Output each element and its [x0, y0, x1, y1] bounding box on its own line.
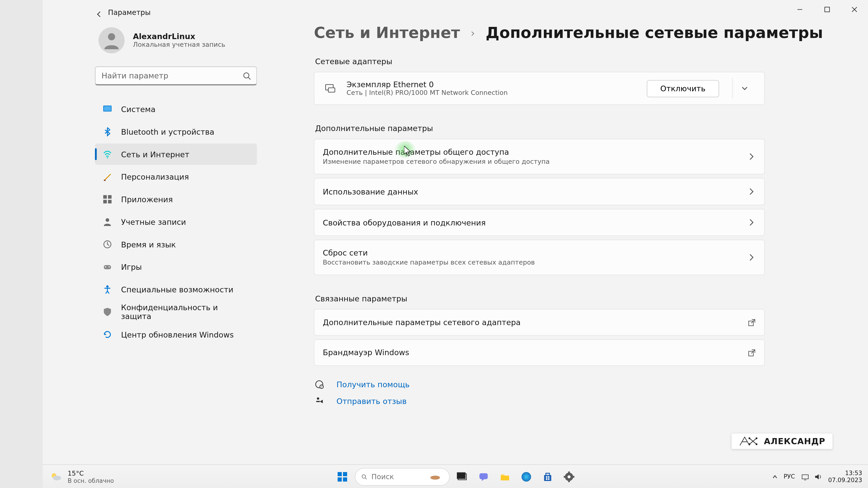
user-subtitle: Локальная учетная запись [133, 41, 225, 48]
setting-card-firewall[interactable]: Брандмауэр Windows [314, 339, 765, 366]
folder-icon [499, 471, 510, 482]
setting-desc: Изменение параметров сетевого обнаружени… [323, 158, 738, 165]
setting-title: Брандмауэр Windows [323, 348, 739, 357]
sidebar-item-apps[interactable]: Приложения [95, 189, 257, 210]
weather-icon [49, 469, 63, 484]
gear-icon [563, 471, 574, 482]
sidebar-item-label: Специальные возможности [121, 285, 234, 294]
adapter-row[interactable]: Экземпляр Ethernet 0 Сеть | Intel(R) PRO… [314, 72, 764, 104]
help-links: ? Получить помощь Отправить отзыв [314, 379, 844, 406]
taskbar-search-input[interactable] [371, 473, 425, 481]
person-icon [102, 217, 113, 227]
setting-card-hardware[interactable]: Свойства оборудования и подключения [314, 209, 765, 236]
chevron-right-icon [746, 218, 756, 227]
setting-title: Свойства оборудования и подключения [323, 218, 738, 227]
svg-point-54 [567, 475, 570, 478]
grid-icon [102, 194, 113, 204]
sidebar-item-privacy[interactable]: Конфиденциальность и защита [95, 301, 257, 323]
bluetooth-icon [102, 126, 113, 137]
sidebar-item-bluetooth[interactable]: Bluetooth и устройства [95, 121, 257, 142]
sidebar-item-accessibility[interactable]: Специальные возможности [95, 279, 257, 300]
svg-point-32 [756, 437, 758, 439]
language-indicator[interactable]: РУС [784, 473, 795, 480]
sidebar: AlexandrLinux Локальная учетная запись С… [86, 0, 267, 464]
taskbar: 15°C В осн. облачно РУС [43, 464, 868, 488]
svg-point-1 [244, 73, 249, 78]
arrow-left-icon [95, 10, 103, 19]
search-input[interactable] [95, 66, 257, 86]
sidebar-item-system[interactable]: Система [95, 98, 257, 120]
accessibility-icon [102, 284, 113, 295]
avatar [98, 27, 125, 54]
svg-rect-8 [108, 195, 112, 199]
svg-rect-48 [544, 475, 551, 481]
chevron-right-icon [746, 152, 756, 161]
svg-rect-37 [337, 477, 341, 481]
start-button[interactable] [333, 468, 351, 486]
window-title: Параметры [108, 8, 151, 17]
person-icon [101, 30, 122, 51]
sidebar-item-label: Персонализация [121, 172, 189, 181]
adapter-desc: Сеть | Intel(R) PRO/1000 MT Network Conn… [346, 89, 638, 97]
taskbar-taskview[interactable] [453, 468, 471, 486]
setting-title: Дополнительные параметры общего доступа [323, 148, 738, 157]
taskbar-search[interactable] [354, 468, 450, 486]
get-help-link[interactable]: Получить помощь [336, 380, 410, 389]
svg-rect-7 [103, 195, 107, 199]
taskbar-edge[interactable] [517, 468, 535, 486]
search-box[interactable] [95, 66, 257, 86]
back-button[interactable] [93, 8, 105, 20]
close-button[interactable] [841, 0, 868, 19]
user-name: AlexandrLinux [133, 32, 225, 41]
svg-point-14 [105, 266, 106, 267]
taskbar-date: 07.09.2023 [828, 477, 862, 484]
sidebar-item-accounts[interactable]: Учетные записи [95, 211, 257, 233]
expand-button[interactable] [732, 78, 756, 98]
shield-icon [102, 306, 113, 317]
disable-button[interactable]: Отключить [647, 80, 719, 97]
maximize-icon [824, 6, 830, 12]
taskbar-weather[interactable]: 15°C В осн. облачно [49, 469, 114, 484]
sidebar-item-update[interactable]: Центр обновления Windows [95, 324, 257, 345]
taskbar-explorer[interactable] [496, 468, 514, 486]
svg-rect-10 [108, 200, 112, 203]
send-feedback-link[interactable]: Отправить отзыв [336, 396, 407, 405]
setting-title: Дополнительные параметры сетевого адапте… [323, 318, 739, 327]
network-tray-icon[interactable] [801, 473, 809, 481]
watermark: АЛЕКСАНДР [732, 433, 833, 449]
sidebar-item-gaming[interactable]: Игры [95, 256, 257, 278]
svg-line-2 [248, 77, 250, 79]
setting-title: Сброс сети [323, 249, 738, 257]
taskbar-store[interactable] [538, 468, 556, 486]
svg-point-30 [756, 443, 758, 445]
svg-rect-44 [479, 473, 488, 479]
taskbar-settings[interactable] [560, 468, 578, 486]
taskbar-chat[interactable] [474, 468, 492, 486]
maximize-button[interactable] [813, 0, 841, 19]
setting-card-sharing[interactable]: Дополнительные параметры общего доступа … [314, 139, 765, 174]
section-title-adapters: Сетевые адаптеры [315, 57, 844, 66]
sidebar-item-personalization[interactable]: Персонализация [95, 166, 257, 188]
svg-rect-26 [825, 7, 830, 12]
watermark-logo-icon [739, 436, 759, 447]
taskbar-clock[interactable]: 13:53 07.09.2023 [828, 469, 862, 484]
setting-card-reset[interactable]: Сброс сети Восстановить заводские параме… [314, 240, 765, 275]
sidebar-item-time[interactable]: Время и язык [95, 234, 257, 255]
taskbar-time: 13:53 [845, 469, 862, 477]
external-link-icon [748, 318, 756, 326]
svg-rect-6 [104, 180, 105, 181]
chevron-right-icon [746, 253, 756, 262]
svg-point-29 [749, 437, 751, 439]
svg-point-24 [317, 397, 319, 400]
volume-tray-icon[interactable] [814, 473, 822, 481]
setting-card-adapter-settings[interactable]: Дополнительные параметры сетевого адапте… [314, 309, 765, 336]
taskview-icon [457, 471, 467, 482]
breadcrumb-parent[interactable]: Сеть и Интернет [314, 24, 460, 41]
edge-icon [521, 471, 531, 482]
sidebar-item-network[interactable]: Сеть и Интернет [95, 143, 257, 165]
chevron-up-icon[interactable] [772, 474, 778, 480]
user-block[interactable]: AlexandrLinux Локальная учетная запись [95, 24, 257, 66]
minimize-button[interactable] [786, 0, 813, 19]
svg-point-16 [106, 285, 109, 288]
setting-card-data-usage[interactable]: Использование данных [314, 178, 765, 205]
